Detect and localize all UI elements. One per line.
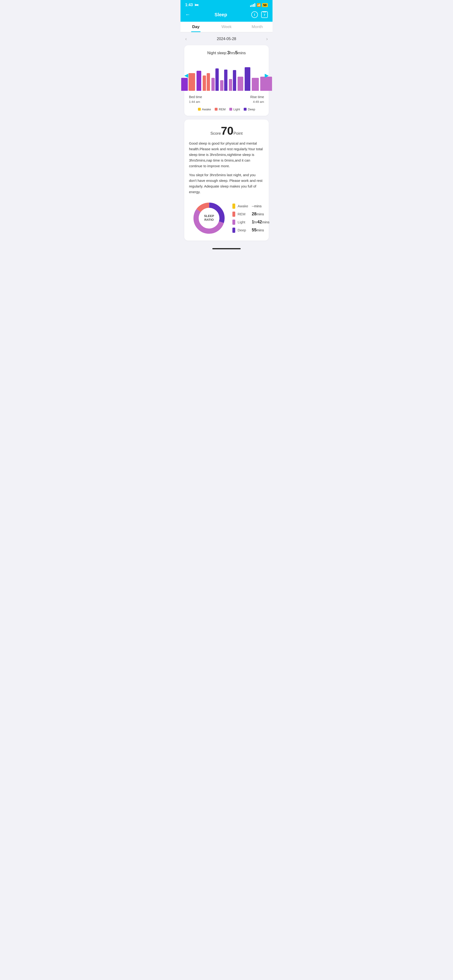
sleep-icon: 🛏 (195, 3, 198, 7)
legend-light: Light (229, 108, 240, 111)
donut-chart: SLEEP RATIO (191, 200, 227, 236)
score-number: 70 (221, 124, 233, 137)
chart-right-arrow[interactable]: ▶ (265, 72, 269, 78)
deep-value: 55mins (252, 228, 264, 232)
sleep-chart-card: Night sleep:3hrs5mins ◀ (184, 45, 269, 116)
bar-10 (229, 79, 232, 91)
ratio-awake-dot (232, 204, 235, 209)
status-right: 📶 50 (250, 3, 268, 7)
awake-value: --mins (252, 204, 262, 208)
chart-bars (191, 60, 262, 91)
header-icons: i 7 (251, 11, 268, 18)
info-button[interactable]: i (251, 11, 258, 18)
rem-value: 28mins (252, 212, 264, 216)
sleep-chart-wrapper: ◀ (189, 60, 264, 91)
status-left: 1:43 🛏 (185, 3, 198, 7)
bar-5 (207, 73, 210, 91)
tab-day[interactable]: Day (180, 24, 211, 32)
next-date-button[interactable]: › (266, 36, 268, 41)
home-indicator (180, 244, 273, 251)
bar-11 (233, 70, 236, 91)
score-display: Score70Point (189, 124, 264, 137)
bar-9 (224, 70, 227, 91)
battery-display: 50 (262, 3, 268, 7)
tab-week[interactable]: Week (211, 24, 242, 32)
awake-dot (198, 108, 201, 111)
ratio-deep-dot (232, 228, 235, 233)
page-title: Sleep (214, 12, 227, 18)
bed-time-display: Bed time 1:44 am (189, 95, 202, 104)
bar-7 (215, 68, 219, 91)
bar-3 (196, 71, 201, 91)
bar-12 (238, 76, 243, 91)
deep-dot (244, 108, 247, 111)
wifi-icon: 📶 (257, 3, 261, 7)
status-bar: 1:43 🛏 📶 50 (180, 0, 273, 9)
signal-icon (250, 3, 255, 7)
bar-14 (252, 78, 259, 91)
date-navigation: ‹ 2024-05-28 › (180, 32, 273, 45)
header: ← Sleep i 7 (180, 9, 273, 22)
light-value: 1hr42mins (252, 220, 270, 224)
rise-time-display: Rise time 4:49 am (250, 95, 264, 104)
current-date: 2024-05-28 (217, 37, 236, 41)
bed-rise-info: Bed time 1:44 am Rise time 4:49 am (189, 95, 264, 104)
bar-2 (188, 73, 195, 91)
legend-deep: Deep (244, 108, 255, 111)
bar-4 (203, 75, 206, 91)
sleep-mins: 5 (235, 50, 238, 55)
bar-15 (260, 76, 272, 91)
home-bar (212, 248, 241, 249)
donut-center-label: SLEEP RATIO (204, 214, 214, 222)
prev-date-button[interactable]: ‹ (185, 36, 187, 41)
tab-month[interactable]: Month (242, 24, 273, 32)
legend-awake: Awake (198, 108, 211, 111)
calendar-button[interactable]: 7 (261, 11, 268, 18)
bar-8 (220, 80, 223, 91)
time-display: 1:43 (185, 3, 193, 7)
sleep-legend-bar: Awake REM Light Deep (189, 108, 264, 111)
bar-6 (211, 78, 215, 91)
ratio-rem: REM 28mins (232, 212, 270, 217)
ratio-deep: Deep 55mins (232, 228, 270, 233)
bar-13 (245, 67, 250, 91)
score-description-1: Good sleep is good for physical and ment… (189, 141, 264, 169)
ratio-awake: Awake --mins (232, 204, 270, 209)
ratio-light-dot (232, 220, 235, 225)
ratio-light: Light 1hr42mins (232, 220, 270, 225)
score-description-2: You slept for 3hrs5mins last night, and … (189, 172, 264, 195)
rem-dot (215, 108, 217, 111)
sleep-hours: 3 (227, 50, 230, 55)
sleep-title: Night sleep:3hrs5mins (189, 50, 264, 56)
sleep-ratio-legend: Awake --mins REM 28mins Light 1hr42mins … (232, 204, 270, 233)
sleep-chart (191, 60, 262, 91)
light-dot (229, 108, 232, 111)
sleep-ratio-section: SLEEP RATIO Awake --mins REM 28mins Ligh… (189, 200, 264, 236)
ratio-rem-dot (232, 212, 235, 217)
score-card: Score70Point Good sleep is good for phys… (184, 119, 269, 240)
bar-1 (181, 78, 188, 91)
tabs-container: Day Week Month (180, 22, 273, 32)
back-button[interactable]: ← (185, 11, 190, 18)
legend-rem: REM (215, 108, 226, 111)
